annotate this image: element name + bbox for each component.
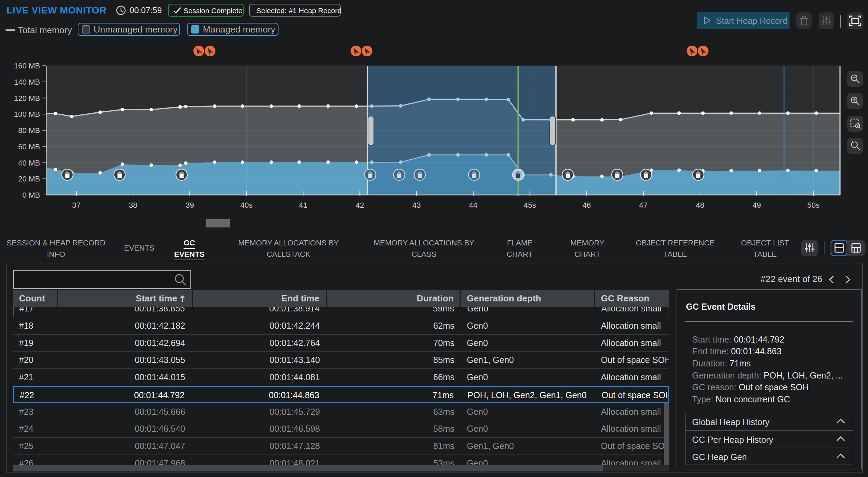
svg-text:0 MB: 0 MB bbox=[22, 191, 40, 199]
svg-text:42: 42 bbox=[356, 201, 364, 209]
svg-text:37: 37 bbox=[72, 201, 81, 209]
svg-text:39: 39 bbox=[186, 201, 194, 209]
svg-text:20 MB: 20 MB bbox=[18, 175, 40, 183]
svg-text:80 MB: 80 MB bbox=[18, 126, 40, 135]
svg-text:44: 44 bbox=[469, 201, 477, 209]
svg-text:120 MB: 120 MB bbox=[14, 94, 40, 103]
svg-text:60 MB: 60 MB bbox=[18, 142, 40, 151]
svg-text:140 MB: 140 MB bbox=[14, 78, 40, 86]
svg-text:160 MB: 160 MB bbox=[14, 62, 40, 70]
svg-text:40s: 40s bbox=[240, 201, 252, 209]
svg-text:49: 49 bbox=[753, 201, 761, 209]
svg-text:41: 41 bbox=[299, 201, 307, 209]
svg-text:100 MB: 100 MB bbox=[14, 110, 40, 119]
svg-text:48: 48 bbox=[696, 201, 704, 209]
svg-text:45s: 45s bbox=[524, 201, 536, 209]
svg-text:47: 47 bbox=[639, 201, 648, 209]
svg-text:38: 38 bbox=[129, 201, 137, 209]
svg-text:40 MB: 40 MB bbox=[18, 159, 40, 167]
svg-text:46: 46 bbox=[582, 201, 591, 209]
svg-text:43: 43 bbox=[412, 201, 421, 209]
svg-text:50s: 50s bbox=[807, 201, 819, 209]
